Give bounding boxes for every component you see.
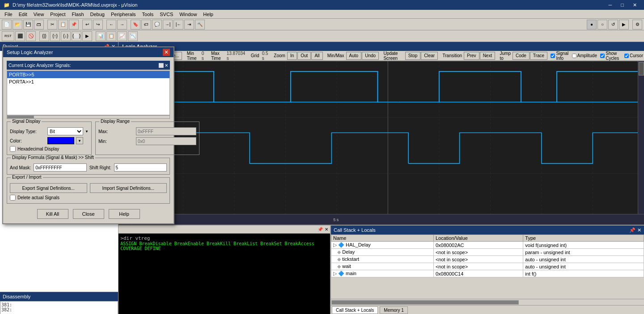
forward-button[interactable]: → <box>117 20 127 29</box>
cs-close-icon[interactable]: ✕ <box>637 227 641 233</box>
prev-button[interactable]: Prev <box>464 52 479 60</box>
kill-all-button[interactable]: Kill All <box>37 209 68 219</box>
shift-right-input[interactable] <box>114 163 167 172</box>
settings-button[interactable]: ⚙ <box>632 20 642 29</box>
signal-info-checkbox[interactable] <box>551 54 555 58</box>
comment-button[interactable]: 💬 <box>152 20 162 29</box>
run-button[interactable]: ● <box>587 20 597 29</box>
command-close-icon[interactable]: ✕ <box>325 227 328 232</box>
setup-logic-analyzer-dialog[interactable]: Setup Logic Analyzer ✕ Current Logic Ana… <box>2 46 174 224</box>
code-button[interactable]: Code <box>513 52 530 60</box>
max-input[interactable] <box>136 127 196 135</box>
save-button[interactable]: 💾 <box>23 20 33 29</box>
hex-display-checkbox[interactable] <box>10 146 16 152</box>
indent-button[interactable]: →| <box>163 20 173 29</box>
indent2-button[interactable]: ⇥ <box>184 20 194 29</box>
scrollbar-thumb[interactable] <box>7 116 34 118</box>
signal-list-resize-icon[interactable]: ⬜ <box>158 63 164 68</box>
tb2-btn3[interactable]: {|} <box>39 31 49 41</box>
build-button[interactable]: 🔨 <box>195 20 205 29</box>
color-picker[interactable] <box>47 137 74 144</box>
menu-view[interactable]: View <box>31 11 47 17</box>
menu-edit[interactable]: Edit <box>16 11 30 17</box>
outdent-button[interactable]: |← <box>174 20 183 29</box>
new-button[interactable]: 📄 <box>2 20 12 29</box>
signal-item-porta[interactable]: PORTA>>1 <box>7 78 169 85</box>
undo-button[interactable]: ↩ <box>82 20 92 29</box>
table-row[interactable]: ◆ tickstart <not in scope> auto - unsign… <box>331 256 644 263</box>
table-row[interactable]: ▷ 🔷 main 0x08000C14 int f() <box>331 270 644 277</box>
tb2-btn9[interactable]: 📋 <box>106 31 116 41</box>
color-dropdown-button[interactable]: ▼ <box>76 137 83 144</box>
import-signal-button[interactable]: Import Signal Definitions... <box>90 183 167 193</box>
auto-button[interactable]: Auto <box>346 52 362 60</box>
table-row[interactable]: ◆ Delay <not in scope> param - unsigned … <box>331 249 644 256</box>
menu-file[interactable]: File <box>2 11 15 17</box>
export-signal-button[interactable]: Export Signal Definitions... <box>10 183 87 193</box>
menu-tools[interactable]: Tools <box>140 11 157 17</box>
stop-button[interactable]: Stop <box>405 52 421 60</box>
tb2-btn7[interactable]: ▶ <box>82 31 92 41</box>
tb2-btn8[interactable]: 📊 <box>96 31 106 41</box>
undo-btn[interactable]: Undo <box>362 52 379 60</box>
waveform-vscrollbar[interactable] <box>638 61 644 214</box>
tb2-btn6[interactable]: {⬜} <box>72 31 81 41</box>
redo-button[interactable]: ↪ <box>93 20 103 29</box>
menu-svcs[interactable]: SVCS <box>157 11 176 17</box>
cs-hscroll-thumb[interactable] <box>331 300 519 305</box>
next-button[interactable]: Next <box>480 52 496 60</box>
tb2-btn10[interactable]: 📈 <box>117 31 127 41</box>
signal-list-close-icon[interactable]: ✕ <box>165 63 168 68</box>
amplitude-checkbox[interactable] <box>572 54 576 58</box>
zoom-in-button[interactable]: In <box>287 52 297 60</box>
rst-button[interactable]: RST <box>2 31 14 41</box>
dialog-close-btn[interactable]: Close <box>73 209 104 219</box>
table-row[interactable]: ◆ wait <not in scope> auto - unsigned in… <box>331 263 644 270</box>
paste-button[interactable]: 📌 <box>69 20 79 29</box>
bookmark2-button[interactable]: 🏷 <box>141 20 151 29</box>
tb2-btn5[interactable]: {↓} <box>61 31 71 41</box>
table-row[interactable]: ▷ 🔷 HAL_Delay 0x080002AC void f(unsigned… <box>331 242 644 249</box>
signal-list-scrollbar[interactable] <box>7 115 170 119</box>
close-button[interactable]: ✕ <box>629 2 640 8</box>
tb2-btn2[interactable]: 🚫 <box>26 31 36 41</box>
tb2-btn1[interactable]: ⬛ <box>15 31 25 41</box>
cut-button[interactable]: ✂ <box>47 20 57 29</box>
trace-button[interactable]: Trace <box>530 52 547 60</box>
save-all-button[interactable]: 🗃 <box>34 20 44 29</box>
bookmark-button[interactable]: 🔖 <box>131 20 140 29</box>
tab-memory[interactable]: Memory 1 <box>380 306 407 314</box>
cs-hscrollbar[interactable] <box>331 299 644 305</box>
dialog-close-button[interactable]: ✕ <box>163 49 170 56</box>
dialog-help-btn[interactable]: Help <box>109 209 140 219</box>
zoom-all-button[interactable]: All <box>311 52 322 60</box>
tb2-btn4[interactable]: {↑} <box>50 31 60 41</box>
delete-signals-checkbox[interactable] <box>10 195 16 201</box>
minimize-button[interactable]: ─ <box>605 2 616 8</box>
step-button[interactable]: ▶ <box>619 20 629 29</box>
stop-button[interactable]: ○ <box>597 20 607 29</box>
cs-pin-icon[interactable]: 📌 <box>629 227 636 233</box>
menu-window[interactable]: Window <box>177 11 199 17</box>
copy-button[interactable]: 📋 <box>58 20 68 29</box>
menu-flash[interactable]: Flash <box>69 11 87 17</box>
back-button[interactable]: ← <box>106 20 116 29</box>
min-input[interactable] <box>136 137 196 145</box>
command-panel[interactable]: >dir vtreg ASSIGN BreakDisable BreakEnab… <box>119 234 330 314</box>
menu-debug[interactable]: Debug <box>88 11 107 17</box>
show-cycles-checkbox[interactable] <box>600 54 605 58</box>
tab-call-stack[interactable]: Call Stack + Locals <box>332 306 378 314</box>
signal-list[interactable]: PORTB>>5 PORTA>>1 <box>7 71 170 115</box>
display-type-select[interactable]: Bit Analog State <box>47 127 83 135</box>
cursor-checkbox[interactable] <box>624 54 629 58</box>
clear-button[interactable]: Clear <box>421 52 438 60</box>
tb2-btn11[interactable]: 📉 <box>128 31 138 41</box>
menu-peripherals[interactable]: Peripherals <box>108 11 139 17</box>
dialog-title-bar[interactable]: Setup Logic Analyzer ✕ <box>3 47 174 57</box>
maximize-button[interactable]: □ <box>617 2 627 8</box>
command-pin-icon[interactable]: 📌 <box>318 227 323 232</box>
and-mask-input[interactable] <box>34 163 86 172</box>
zoom-out-button[interactable]: Out <box>297 52 311 60</box>
menu-project[interactable]: Project <box>47 11 68 17</box>
vscroll-thumb[interactable] <box>639 62 644 75</box>
